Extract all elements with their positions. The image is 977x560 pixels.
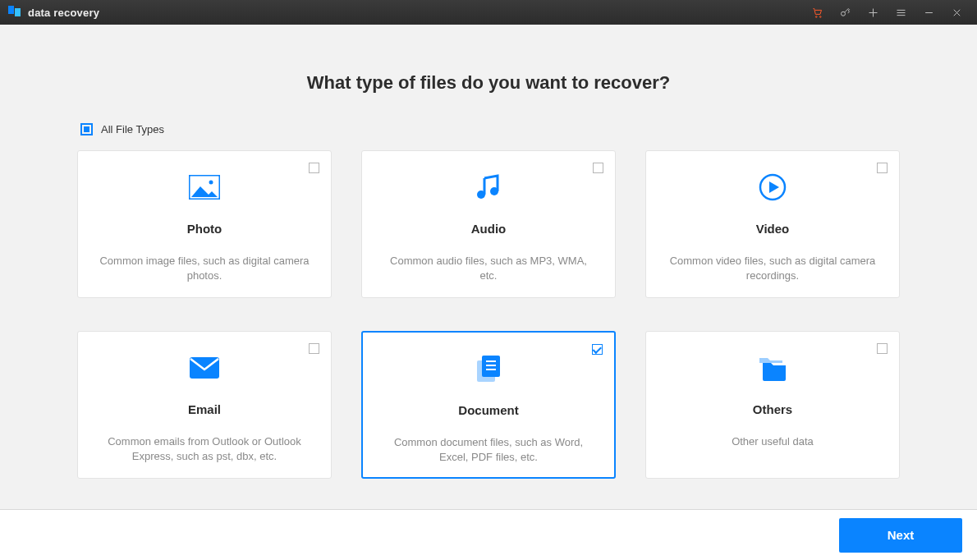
svg-point-4 (841, 11, 845, 16)
card-document-checkbox[interactable] (592, 344, 603, 355)
all-file-types-row[interactable]: All File Types (80, 123, 977, 135)
plus-icon[interactable] (859, 0, 887, 25)
card-audio-checkbox[interactable] (593, 163, 603, 173)
card-title: Video (756, 222, 790, 236)
others-icon (758, 350, 787, 386)
all-file-types-checkbox[interactable] (80, 123, 93, 135)
all-file-types-label: All File Types (101, 123, 164, 135)
page-title: What type of files do you want to recove… (0, 72, 977, 94)
card-photo[interactable]: Photo Common image files, such as digita… (77, 150, 332, 298)
card-email-checkbox[interactable] (309, 343, 319, 354)
card-audio[interactable]: Audio Common audio files, such as MP3, W… (361, 150, 616, 298)
close-icon[interactable] (943, 0, 970, 25)
menu-icon[interactable] (887, 0, 915, 25)
svg-point-8 (490, 187, 498, 195)
card-desc: Other useful data (732, 434, 814, 449)
card-video[interactable]: Video Common video files, such as digita… (645, 150, 900, 298)
key-icon[interactable] (831, 0, 859, 25)
svg-rect-1 (15, 8, 21, 16)
main-area: What type of files do you want to recove… (0, 25, 977, 509)
svg-rect-0 (8, 6, 14, 14)
app-logo-icon (8, 6, 21, 19)
minimize-icon[interactable] (915, 0, 943, 25)
footer-bar: Next (0, 509, 977, 560)
svg-point-2 (815, 16, 817, 17)
card-others[interactable]: Others Other useful data (645, 331, 900, 479)
title-bar: data recovery (0, 0, 977, 25)
card-desc: Common document files, such as Word, Exc… (383, 435, 594, 465)
card-title: Email (188, 402, 221, 416)
photo-icon (189, 169, 220, 205)
email-icon (189, 350, 220, 386)
card-title: Photo (187, 222, 222, 236)
card-desc: Common audio files, such as MP3, WMA, et… (382, 254, 595, 283)
card-email[interactable]: Email Common emails from Outlook or Outl… (77, 331, 332, 479)
card-title: Others (753, 402, 792, 416)
card-desc: Common image files, such as digital came… (98, 254, 311, 283)
svg-point-3 (819, 16, 821, 17)
card-photo-checkbox[interactable] (309, 163, 319, 173)
card-title: Document (458, 403, 518, 417)
audio-icon (475, 169, 502, 205)
card-others-checkbox[interactable] (877, 343, 888, 354)
card-title: Audio (471, 222, 507, 236)
next-button[interactable]: Next (839, 518, 962, 553)
card-video-checkbox[interactable] (877, 163, 888, 173)
cart-icon[interactable] (803, 0, 831, 25)
card-desc: Common video files, such as digital came… (666, 254, 879, 283)
app-title: data recovery (28, 7, 99, 19)
svg-point-6 (209, 181, 213, 185)
video-icon (758, 169, 787, 205)
document-icon (474, 351, 503, 387)
card-document[interactable]: Document Common document files, such as … (361, 331, 616, 479)
svg-point-7 (477, 190, 485, 199)
card-desc: Common emails from Outlook or Outlook Ex… (98, 434, 311, 464)
file-type-grid: Photo Common image files, such as digita… (0, 150, 977, 479)
